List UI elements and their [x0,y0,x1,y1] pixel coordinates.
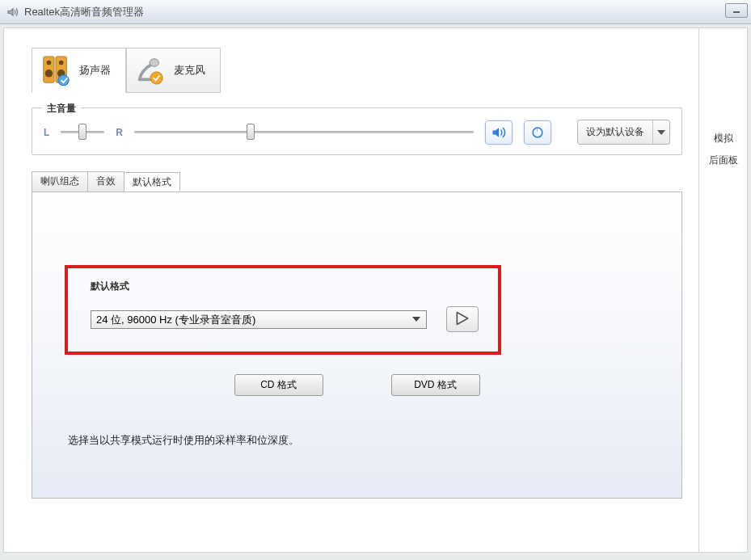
window-title: Realtek高清晰音频管理器 [24,5,144,19]
tab-speakers[interactable]: 扬声器 [32,48,126,93]
play-icon [454,307,470,332]
window-controls [725,3,748,18]
svg-point-8 [150,59,158,67]
default-format-title: 默认格式 [91,280,479,293]
tab-sound-effects-label: 音效 [96,175,116,187]
svg-point-7 [58,75,69,86]
microphone-icon [135,55,166,86]
format-row: 24 位, 96000 Hz (专业录音室音质) [91,306,479,332]
tab-default-format-label: 默认格式 [133,176,171,187]
svg-point-10 [150,72,162,84]
svg-point-3 [45,69,53,78]
preset-buttons: CD 格式 DVD 格式 [68,374,646,396]
tab-microphone[interactable]: 麦克风 [126,48,221,93]
default-format-highlight: 默认格式 24 位, 96000 Hz (专业录音室音质) [65,265,501,355]
svg-point-2 [47,61,52,65]
minimize-button[interactable] [725,3,748,18]
tab-microphone-label: 麦克风 [174,63,205,78]
window-titlebar: Realtek高清晰音频管理器 [0,0,751,24]
right-side-panel: 模拟 后面板 [698,28,747,552]
tab-speaker-config[interactable]: 喇叭组态 [32,171,88,192]
volume-slider[interactable] [134,125,474,140]
cd-format-button[interactable]: CD 格式 [234,374,323,396]
rear-panel-label: 后面板 [699,154,747,167]
default-format-panel: 默认格式 24 位, 96000 Hz (专业录音室音质) [32,192,682,499]
set-default-label: 设为默认设备 [578,120,653,144]
tab-speaker-config-label: 喇叭组态 [40,175,79,187]
window-body: 扬声器 麦克风 主音量 L [3,27,748,553]
main-panel: 扬声器 麦克风 主音量 L [4,28,698,552]
tab-sound-effects[interactable]: 音效 [87,171,124,192]
balance-left-label: L [44,127,49,138]
test-play-button[interactable] [446,306,479,332]
tab-default-format[interactable]: 默认格式 [124,172,180,192]
set-default-device-dropdown[interactable]: 设为默认设备 [577,120,670,145]
balance-slider[interactable] [61,125,104,140]
balance-right-label: R [116,127,123,138]
settings-button[interactable] [524,120,551,145]
format-select[interactable]: 24 位, 96000 Hz (专业录音室音质) [91,310,427,329]
svg-point-5 [59,61,64,65]
master-volume-group: 主音量 L R 设为默认设备 [32,107,682,155]
chevron-down-icon [653,130,669,135]
mute-button[interactable] [485,120,513,145]
tab-speakers-label: 扬声器 [79,63,111,78]
format-select-wrap: 24 位, 96000 Hz (专业录音室音质) [91,310,427,329]
dvd-format-button[interactable]: DVD 格式 [391,374,480,396]
format-description: 选择当以共享模式运行时使用的采样率和位深度。 [68,433,646,448]
inner-tabs: 喇叭组态 音效 默认格式 [32,171,682,192]
simulate-label: 模拟 [699,132,747,145]
speakers-icon [40,55,71,86]
speaker-icon [6,6,19,19]
svg-rect-9 [138,78,152,82]
device-tabs: 扬声器 麦克风 [32,48,682,93]
volume-legend: 主音量 [42,102,81,116]
